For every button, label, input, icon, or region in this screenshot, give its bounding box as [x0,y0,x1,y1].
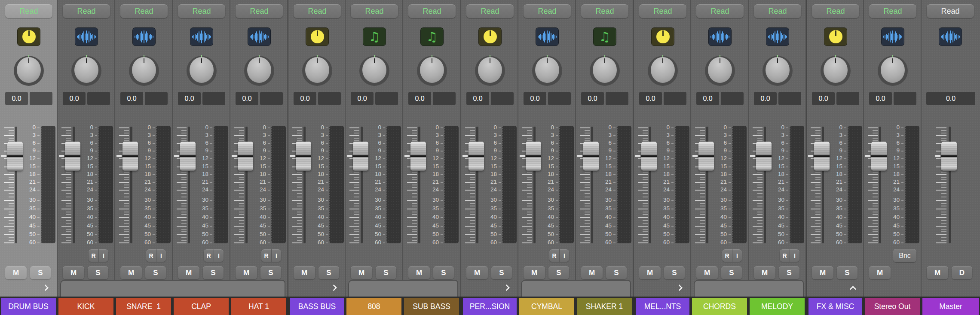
volume-fader-handle[interactable] [941,142,957,171]
peak-level-display[interactable] [664,92,686,105]
volume-value-display[interactable]: 0.0 [5,92,28,105]
peak-level-display[interactable] [318,92,341,105]
track-icon-button[interactable] [248,27,271,46]
track-name-label[interactable]: SNARE 1 [116,298,171,315]
volume-value-display[interactable]: 0.0 [581,92,604,105]
peak-level-display[interactable] [260,92,283,105]
peak-level-display[interactable] [836,92,859,105]
automation-read-button[interactable]: Read [120,4,168,18]
volume-fader-handle[interactable] [122,142,138,171]
input-monitor-button[interactable]: I [559,249,569,262]
peak-level-display[interactable] [721,92,744,105]
track-icon-button[interactable] [478,27,502,46]
mute-button[interactable]: M [408,266,430,279]
input-monitor-button[interactable]: I [271,249,281,262]
solo-button[interactable]: S [30,266,51,279]
record-enable-button[interactable]: R [146,249,156,262]
volume-value-display[interactable]: 0.0 [926,92,975,105]
input-monitor-button[interactable]: I [98,249,108,262]
stack-disclosure-button[interactable] [42,283,50,292]
solo-button[interactable]: S [88,266,108,279]
record-enable-button[interactable]: R [204,249,214,262]
mute-button[interactable]: M [5,266,27,279]
solo-button[interactable]: S [318,266,339,279]
track-icon-button[interactable] [132,27,156,46]
volume-value-display[interactable]: 0.0 [178,92,201,105]
track-name-label[interactable]: SHAKER 1 [577,298,632,315]
pan-knob[interactable] [821,55,851,86]
solo-button[interactable]: S [145,266,166,279]
pan-knob[interactable] [878,55,908,86]
track-name-label[interactable]: MELODY [750,298,805,315]
volume-value-display[interactable]: 0.0 [63,92,86,105]
track-name-label[interactable]: MEL...NTS [636,298,689,315]
bounce-button[interactable]: Bnc [893,249,916,262]
mute-button[interactable]: M [754,266,775,279]
pan-knob[interactable] [590,55,620,86]
volume-fader-handle[interactable] [814,142,830,171]
mute-button[interactable]: M [927,266,948,279]
automation-read-button[interactable]: Read [236,4,283,18]
record-enable-button[interactable]: R [722,249,732,262]
mute-button[interactable]: M [351,266,372,279]
volume-value-display[interactable]: 0.0 [812,92,835,105]
volume-value-display[interactable]: 0.0 [639,92,662,105]
pan-knob[interactable] [244,55,274,86]
automation-read-button[interactable]: Read [294,4,341,18]
volume-fader-handle[interactable] [296,142,311,171]
mute-button[interactable]: M [696,266,718,279]
track-name-label[interactable]: PER...SION [463,298,517,315]
volume-value-display[interactable]: 0.0 [696,92,719,105]
mute-button[interactable]: M [178,266,199,279]
automation-read-button[interactable]: Read [466,4,514,18]
pan-knob[interactable] [417,55,447,86]
track-icon-button[interactable]: ♫ [593,27,616,46]
track-name-label[interactable]: HAT 1 [231,298,286,315]
record-enable-button[interactable]: R [89,249,98,262]
automation-read-button[interactable]: Read [581,4,628,18]
volume-value-display[interactable]: 0.0 [120,92,143,105]
pan-knob[interactable] [763,55,793,86]
mute-button[interactable]: M [524,266,545,279]
input-monitor-button[interactable]: I [732,249,742,262]
peak-level-display[interactable] [87,92,110,105]
automation-read-button[interactable]: Read [639,4,686,18]
automation-read-button[interactable]: Read [408,4,456,18]
solo-button[interactable]: S [433,266,454,279]
automation-read-button[interactable]: Read [754,4,801,18]
track-icon-button[interactable] [766,27,789,46]
mute-button[interactable]: M [869,266,891,279]
mute-button[interactable]: M [236,266,257,279]
mute-button[interactable]: M [120,266,142,279]
track-name-label[interactable]: CYMBAL [519,298,574,315]
solo-button[interactable]: S [548,266,569,279]
pan-knob[interactable] [475,55,505,86]
stack-disclosure-button[interactable] [848,283,857,292]
volume-fader-handle[interactable] [641,142,657,171]
peak-level-display[interactable] [433,92,456,105]
automation-read-button[interactable]: Read [869,4,916,18]
volume-fader-handle[interactable] [698,142,714,171]
solo-button[interactable]: S [837,266,858,279]
input-monitor-button[interactable]: I [790,249,799,262]
volume-fader-handle[interactable] [469,142,484,171]
record-enable-button[interactable]: R [261,249,271,262]
mute-button[interactable]: M [639,266,661,279]
dim-button[interactable]: D [952,266,972,279]
volume-fader-handle[interactable] [410,142,426,171]
volume-fader-handle[interactable] [871,142,887,171]
volume-fader-handle[interactable] [583,142,599,171]
peak-level-display[interactable] [548,92,571,105]
pan-knob[interactable] [14,55,44,86]
automation-read-button[interactable]: Read [351,4,398,18]
automation-read-button[interactable]: Read [927,4,974,18]
automation-read-button[interactable]: Read [696,4,744,18]
track-icon-button[interactable] [75,27,98,46]
peak-level-display[interactable] [606,92,628,105]
automation-read-button[interactable]: Read [178,4,225,18]
track-icon-button[interactable]: ♫ [420,27,444,46]
mute-button[interactable]: M [466,266,488,279]
track-name-label[interactable]: DRUM BUS [1,298,56,315]
peak-level-display[interactable] [375,92,398,105]
peak-level-display[interactable] [491,92,514,105]
